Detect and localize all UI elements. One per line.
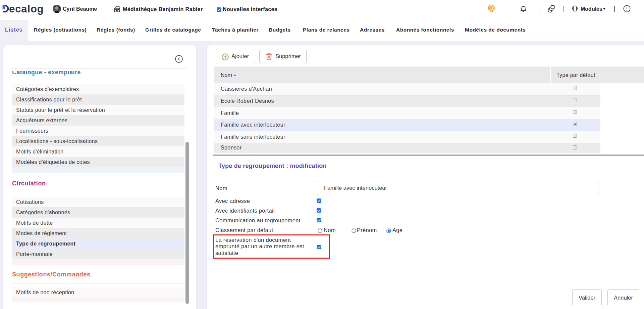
svg-text:ecalog: ecalog	[9, 3, 44, 15]
